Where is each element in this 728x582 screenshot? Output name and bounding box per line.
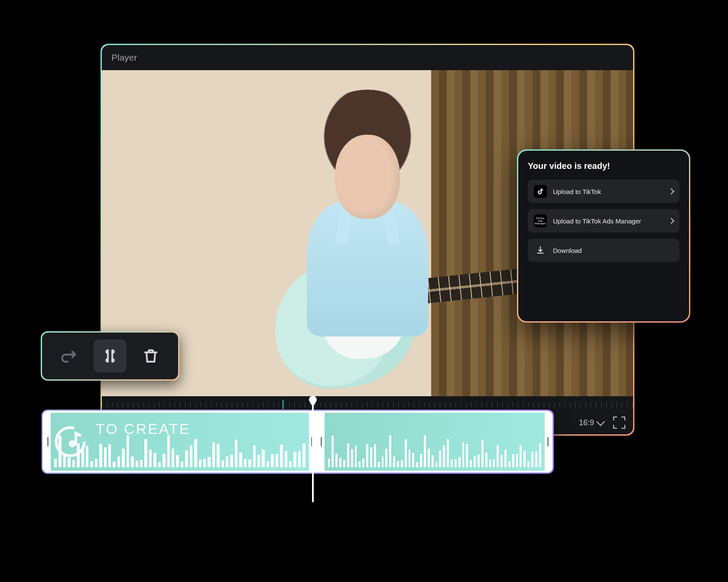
video-frame-subject (266, 90, 468, 370)
clip-handle-right[interactable] (309, 413, 315, 471)
audio-clip-2[interactable] (318, 413, 551, 471)
export-modal-title: Your video is ready! (528, 161, 679, 171)
tiktok-ads-icon: TikTok: Ads Manager (534, 214, 547, 227)
chevron-right-icon (668, 188, 674, 194)
clip-handle-right[interactable] (545, 413, 551, 471)
redo-button[interactable] (53, 340, 86, 372)
timeline-current-tick (283, 400, 283, 409)
clip-handle-left[interactable] (318, 413, 325, 471)
waveform (54, 433, 306, 467)
waveform (328, 433, 541, 467)
edit-toolbar (41, 331, 179, 381)
aspect-ratio-selector[interactable]: 16:9 (579, 418, 604, 427)
trash-icon (142, 347, 159, 365)
player-header: Player (102, 45, 633, 70)
upload-tiktok-label: Upload to TikTok (553, 188, 663, 195)
delete-button[interactable] (134, 340, 167, 372)
audio-clip-1[interactable]: TO CREATE (45, 413, 315, 471)
tiktok-icon (534, 185, 547, 198)
timeline-ruler[interactable] (102, 396, 633, 411)
player-title: Player (111, 52, 137, 63)
aspect-ratio-value: 16:9 (579, 418, 594, 427)
upload-ads-manager-button[interactable]: TikTok: Ads Manager Upload to TikTok Ads… (528, 209, 679, 233)
fullscreen-button[interactable] (613, 417, 625, 429)
clip-handle-left[interactable] (45, 413, 51, 471)
redo-icon (61, 347, 78, 365)
download-label: Download (553, 247, 673, 254)
subject-face (335, 135, 400, 219)
download-icon (534, 244, 547, 257)
upload-ads-manager-label: Upload to TikTok Ads Manager (553, 217, 663, 225)
chevron-right-icon (668, 218, 674, 224)
upload-tiktok-button[interactable]: Upload to TikTok (528, 180, 679, 203)
download-button[interactable]: Download (528, 239, 679, 262)
split-icon (101, 347, 119, 365)
export-modal: Your video is ready! Upload to TikTok Ti… (517, 149, 690, 323)
split-button[interactable] (94, 340, 127, 372)
chevron-down-icon (596, 417, 605, 426)
audio-track-container: TO CREATE (42, 410, 554, 474)
